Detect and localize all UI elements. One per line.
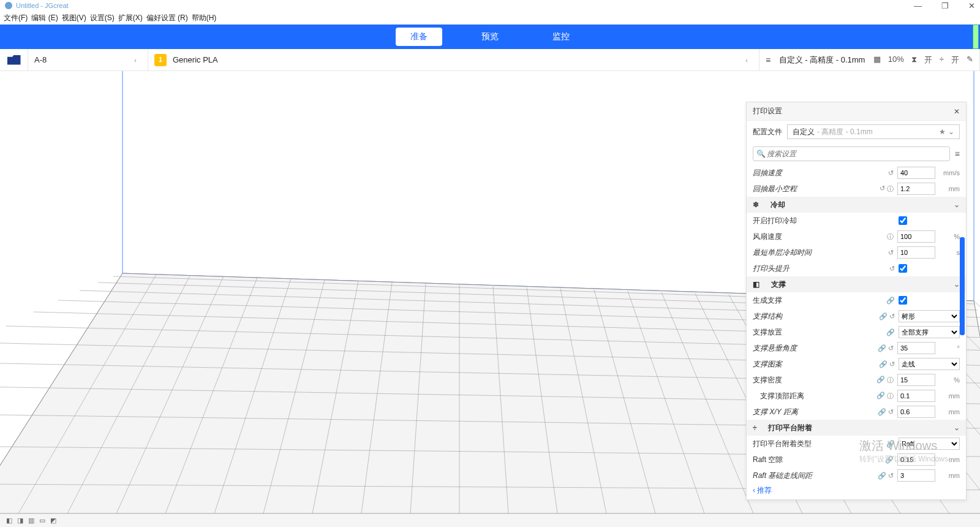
overhang-input[interactable] [897,342,935,354]
reset-icon[interactable]: ↺ [889,265,895,273]
profile-label: 配置文件 [753,127,782,137]
setting-label: 打印平台附着类型 [753,439,883,449]
tab-monitor[interactable]: 监控 [538,28,584,46]
section-adhesion[interactable]: 打印平台附着 [768,423,950,433]
menu-icon[interactable]: ≡ [955,149,960,159]
reset-icon[interactable]: ↺ [880,184,885,194]
link-icon[interactable]: 🔗 [886,440,895,448]
info-icon[interactable]: ⓘ [887,392,894,401]
scroll-gauge[interactable] [973,25,979,49]
support-xy-dist-input[interactable] [897,406,935,418]
window-title: Untitled - JGcreat [16,2,69,9]
setting-label: 最短单层冷却时间 [753,248,884,258]
profile-summary: 自定义 - 高精度 - 0.1mm [779,55,865,66]
panel-title: 打印设置 [753,106,782,116]
menu-edit[interactable]: 编辑 (E) [31,13,58,23]
chevron-down-icon[interactable]: ⌄ [954,280,960,289]
unit-label: s [939,249,960,256]
adhesion-section-icon: ÷ [753,423,757,432]
info-icon[interactable]: ⓘ [887,376,894,385]
setting-label: 打印头提升 [753,264,886,274]
section-cooling[interactable]: 冷却 [771,200,950,210]
cooling-enable-checkbox[interactable] [899,216,907,225]
open-file-button[interactable] [0,49,28,70]
view-layers-icon[interactable]: ▥ [28,517,34,525]
reset-icon[interactable]: ↺ [888,169,894,177]
printer-name: A-8 [34,55,47,64]
view-iso-icon[interactable]: ◩ [50,517,56,525]
reset-icon[interactable]: ↺ [888,408,894,416]
gen-support-checkbox[interactable] [899,296,907,305]
link-icon[interactable]: 🔗 [878,408,886,416]
pencil-icon[interactable]: ✎ [967,55,973,66]
view-front-icon[interactable]: ▭ [39,517,45,525]
min-layer-time-input[interactable] [897,246,935,259]
menu-preferences[interactable]: 偏好设置 (R) [146,13,188,23]
view-xray-icon[interactable]: ◨ [17,517,23,525]
profile-bar[interactable]: 自定义 - 高精度 - 0.1mm ▦10% ⧗开 ÷开 ✎ [760,49,980,70]
support-density-input[interactable] [897,374,935,386]
link-icon[interactable]: 🔗 [879,313,888,320]
reset-icon[interactable]: ↺ [888,472,894,480]
link-icon[interactable]: 🔗 [886,297,895,305]
support-pattern-select[interactable]: 走线 [899,358,960,370]
support-structure-select[interactable]: 树形 [899,310,960,322]
setting-label: 支撑 X/Y 距离 [753,407,874,417]
menu-settings[interactable]: 设置(S) [90,13,115,23]
maximize-button[interactable]: ❐ [941,1,949,10]
link-icon[interactable]: 🔗 [876,392,885,401]
menu-view[interactable]: 视图(V) [62,13,86,23]
unit-label: mm [939,456,960,463]
adhesion-type-select[interactable]: Raft [899,438,960,450]
chevron-down-icon[interactable]: ⌄ [954,200,960,209]
link-icon[interactable]: 🔗 [886,328,895,336]
retract-min-input[interactable] [897,183,935,195]
minimize-button[interactable]: — [914,1,922,10]
support-placement-select[interactable]: 全部支撑 [899,326,960,338]
material-selector[interactable]: 1 Generic PLA ‹ [148,49,760,70]
view-solid-icon[interactable]: ◧ [6,517,12,525]
tab-prepare[interactable]: 准备 [396,28,442,46]
build-plate-viewport[interactable]: 打印设置 ✕ 配置文件 自定义 - 高精度 - 0.1mm ★ ⌄ 🔍 ≡ 回抽… [0,71,980,514]
link-icon[interactable]: 🔗 [885,456,894,464]
menu-extensions[interactable]: 扩展(X) [118,13,143,23]
settings-search-input[interactable] [753,146,950,161]
retract-speed-input[interactable] [897,167,935,179]
section-support[interactable]: 支撑 [771,279,950,290]
reset-icon[interactable]: ↺ [889,313,895,320]
status-bar: ◧ ◨ ▥ ▭ ◩ [0,514,980,527]
setting-label: 风扇速度 [753,232,883,242]
head-lift-checkbox[interactable] [899,264,907,273]
panel-close-icon[interactable]: ✕ [954,107,960,116]
link-icon[interactable]: 🔗 [879,360,888,368]
reset-icon[interactable]: ↺ [888,344,894,352]
link-icon[interactable]: 🔗 [876,376,885,385]
menu-help[interactable]: 帮助(H) [192,13,217,23]
profile-dropdown[interactable]: 自定义 - 高精度 - 0.1mm ★ ⌄ [787,124,960,139]
raft-gap-input[interactable] [897,453,935,466]
info-icon[interactable]: ⓘ [887,232,894,241]
panel-scrollbar[interactable] [960,237,965,335]
fan-speed-input[interactable] [897,230,935,243]
info-icon[interactable]: ⓘ [887,184,894,194]
setting-label: 支撑放置 [753,327,883,338]
link-icon[interactable]: 🔗 [878,344,886,352]
reset-icon[interactable]: ↺ [888,249,894,257]
raft-base-input[interactable] [897,469,935,482]
reset-icon[interactable]: ↺ [889,360,895,368]
profile-icon [766,55,771,65]
support-value: 开 [924,55,932,66]
menu-file[interactable]: 文件(F) [4,13,28,23]
link-icon[interactable]: 🔗 [878,472,886,480]
support-top-dist-input[interactable] [897,390,935,402]
recommend-link[interactable]: ‹ 推荐 [753,485,772,496]
close-button[interactable]: ✕ [968,1,975,10]
unit-label: ° [939,344,960,352]
printer-selector[interactable]: A-8 ‹ [28,49,148,70]
chevron-down-icon[interactable]: ⌄ [954,423,960,432]
stage-tabs: 准备 预览 监控 [0,25,980,49]
support-icon: ⧗ [911,55,917,66]
unit-label: % [939,376,960,384]
extruder-badge-icon: 1 [154,54,167,66]
tab-preview[interactable]: 预览 [467,28,513,46]
